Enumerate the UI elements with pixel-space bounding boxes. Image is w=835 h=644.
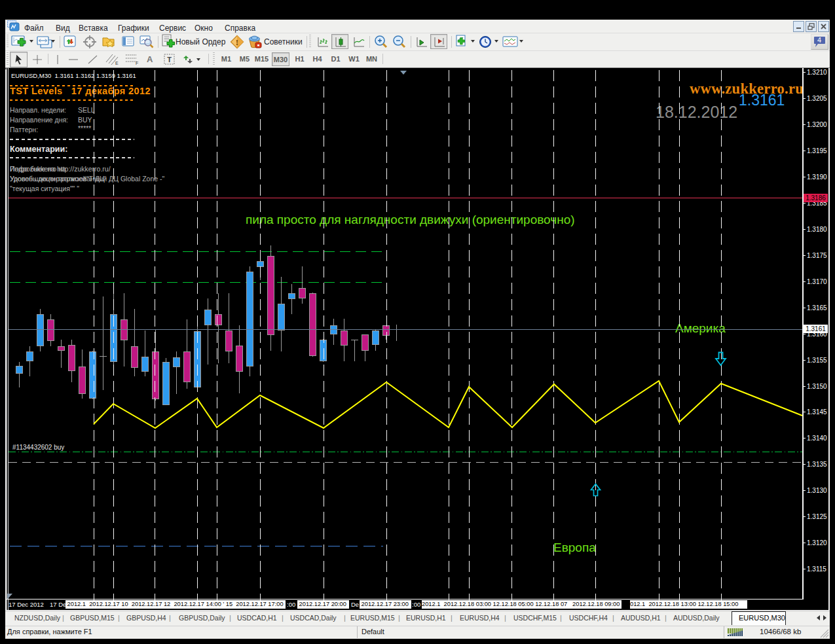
svg-text:4: 4 — [817, 36, 821, 44]
svg-text:!: ! — [236, 37, 238, 47]
svg-text:E: E — [115, 61, 119, 65]
svg-text:F: F — [136, 61, 138, 65]
svg-text:T: T — [167, 56, 172, 63]
